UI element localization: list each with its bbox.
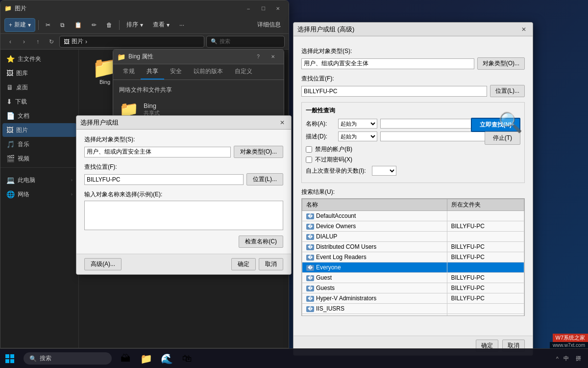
tab-custom[interactable]: 自定义 [229,64,258,79]
sidebar-item-network[interactable]: 🌐 网络 › [2,187,76,201]
file-name: Bing [99,79,110,85]
su-advanced-btn[interactable]: 高级(A)... [84,258,122,270]
group-icon: � [306,265,314,271]
close-button[interactable]: ✕ [271,3,285,13]
table-row[interactable]: �Device OwnersBILLYFU-PC [302,221,524,232]
search-bar[interactable]: 🔍 搜索 [206,36,285,48]
su-input-label: 输入对象名称来选择(示例)(E): [84,190,283,199]
sidebar-item-videos[interactable]: 🎬 视频 [2,152,76,165]
sidebar-item-pictures[interactable]: 🖼 图片 [2,123,76,137]
address-bar[interactable]: 🖼 图片 › [59,36,204,48]
sidebar-item-downloads[interactable]: ⬇ 下载 [2,95,76,108]
copy-button[interactable]: ⧉ [56,18,69,32]
refresh-button[interactable]: ↻ [46,36,57,48]
sul-object-type-input[interactable] [301,58,474,69]
table-row[interactable]: �Everyone [302,263,524,273]
taskbar-store-icon[interactable]: 🛍 [178,350,196,368]
sul-desc-label: 描述(D): [306,132,335,141]
cut-button[interactable]: ✂ [42,18,54,32]
sidebar-item-gallery[interactable]: 🖼 图库 [2,66,76,80]
su-names-input[interactable] [84,201,283,230]
result-location [447,263,524,273]
more-button[interactable]: ··· [175,18,188,32]
rename-button[interactable]: ✏ [88,18,100,32]
su-object-type-input[interactable] [84,147,231,158]
sul-name-row: 名称(A): 起始为 立即查找(N) [306,119,520,129]
music-icon: 🎵 [6,140,15,148]
bing-dialog-help[interactable]: ? [251,52,265,62]
windows-icon [5,354,14,363]
view-button[interactable]: 查看 ▾ [149,18,173,32]
su-cancel-btn[interactable]: 取消 [259,258,283,270]
table-row[interactable]: �GuestBILLYFU-PC [302,273,524,283]
group-icon: � [306,234,314,240]
up-button[interactable]: ↑ [32,36,44,48]
tray-ime2[interactable]: 拼 [574,354,583,363]
table-row[interactable]: �INTERACTIVE [302,314,524,316]
sidebar-separator [0,167,78,171]
su-ok-btn[interactable]: 确定 [231,258,256,270]
minimize-button[interactable]: – [242,3,255,13]
taskbar-search[interactable]: 🔍 搜索 [24,352,112,365]
su-object-type-btn[interactable]: 对象类型(O)... [234,146,283,158]
sul-location-btn[interactable]: 位置(L)... [490,85,525,97]
tab-general[interactable]: 常规 [117,64,141,79]
sul-noexpire-check[interactable] [306,157,312,163]
explorer-titlebar: 📁 图片 – ☐ ✕ [0,0,289,16]
search-icon: 🔍 [29,355,37,362]
taskbar-wallpaper-icon[interactable]: 🏔 [117,350,134,368]
table-row[interactable]: �GuestsBILLYFU-PC [302,283,524,293]
sidebar-item-music[interactable]: 🎵 音乐 [2,137,76,151]
start-button[interactable] [0,349,20,368]
details-button[interactable]: 详细信息 [253,18,285,32]
table-row[interactable]: �DIALUP [302,232,524,242]
sidebar-item-desktop[interactable]: 🖥 桌面 [2,80,76,94]
tray-arrow[interactable]: ^ [556,356,559,362]
paste-button[interactable]: 📋 [71,18,86,32]
sul-noexpire-label: 不过期密码(X) [315,156,352,164]
table-row[interactable]: �Distributed COM UsersBILLYFU-PC [302,242,524,252]
bing-file-info: Bing 共享式 [144,102,160,117]
su-small-body: 选择此对象类型(S): 对象类型(O)... 查找位置(F): 位置(L)...… [76,130,291,254]
table-row[interactable]: �DefaultAccount [302,211,524,221]
desktop-icon: 🖥 [6,83,13,91]
sidebar-item-thispc[interactable]: 💻 此电脑 › [2,173,76,187]
taskbar-explorer-icon[interactable]: 📁 [137,350,155,368]
bing-dialog-close[interactable]: ✕ [266,52,280,62]
result-name: �Everyone [302,263,447,273]
sul-desc-select[interactable]: 起始为 [338,131,377,141]
taskbar-icons: 🏔 📁 🌊 🛍 [117,350,196,368]
su-small-close[interactable]: ✕ [277,118,287,128]
maximize-button[interactable]: ☐ [256,3,270,13]
table-row[interactable]: �IIS_IUSRS [302,304,524,314]
table-row[interactable]: �Hyper-V AdministratorsBILLYFU-PC [302,293,524,304]
sort-button[interactable]: 排序 ▾ [122,18,147,32]
sidebar-item-home[interactable]: ⭐ 主文件夹 [2,52,76,66]
su-location-input[interactable] [84,174,244,185]
search-icon: 🔍 [211,38,218,45]
videos-icon: 🎬 [6,155,15,162]
forward-button[interactable]: › [18,36,30,48]
sidebar-item-documents[interactable]: 📄 文档 [2,109,76,123]
tab-previous[interactable]: 以前的版本 [188,64,229,79]
sul-object-type-btn[interactable]: 对象类型(O)... [477,57,525,70]
taskbar-edge-icon[interactable]: 🌊 [158,350,175,368]
sul-name-select[interactable]: 起始为 [338,119,377,129]
su-check-btn[interactable]: 检查名称(C) [239,236,283,248]
tab-share[interactable]: 共享 [141,64,164,79]
delete-button[interactable]: 🗑 [102,18,116,32]
result-location [447,304,524,314]
tab-security[interactable]: 安全 [164,64,188,79]
new-button[interactable]: + 新建 ▾ [4,18,35,32]
tray-ime1[interactable]: 中 [562,354,571,363]
sul-location-input[interactable] [301,86,487,97]
sul-close[interactable]: ✕ [519,25,529,34]
sul-days-select[interactable] [372,166,396,176]
sul-results-table: 名称 所在文件夹 �DefaultAccount�Device OwnersBI… [302,199,524,316]
back-button[interactable]: ‹ [4,36,16,48]
sul-title: 选择用户或组 (高级) [297,25,516,34]
explorer-toolbar: + 新建 ▾ ✂ ⧉ 📋 ✏ 🗑 排序 ▾ 查看 ▾ ··· 详细信息 [0,16,289,34]
sul-disabled-check[interactable] [306,146,312,153]
su-location-btn[interactable]: 位置(L)... [246,173,283,185]
table-row[interactable]: �Event Log ReadersBILLYFU-PC [302,252,524,263]
